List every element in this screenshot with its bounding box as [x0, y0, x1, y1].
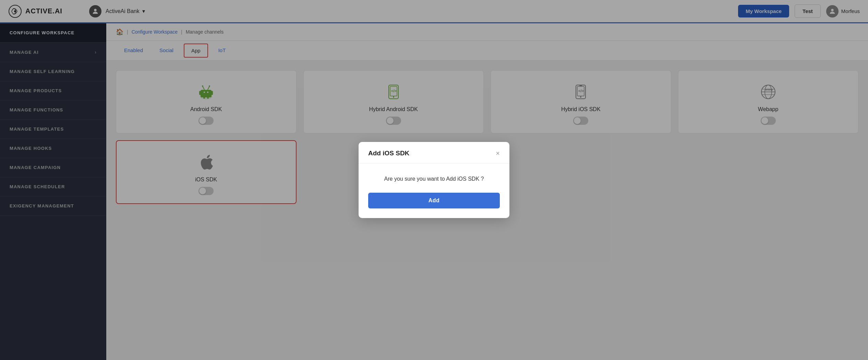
modal-body: Are you sure you want to Add iOS SDK ?	[359, 164, 509, 193]
modal-add-ios-sdk: Add iOS SDK × Are you sure you want to A…	[359, 142, 509, 218]
modal-close-button[interactable]: ×	[496, 150, 500, 157]
modal-footer: Add	[359, 193, 509, 218]
modal-message: Are you sure you want to Add iOS SDK ?	[384, 176, 484, 182]
modal-title: Add iOS SDK	[368, 149, 409, 157]
add-ios-sdk-button[interactable]: Add	[368, 193, 500, 208]
modal-header: Add iOS SDK ×	[359, 142, 509, 164]
modal-overlay: Add iOS SDK × Are you sure you want to A…	[0, 0, 868, 360]
